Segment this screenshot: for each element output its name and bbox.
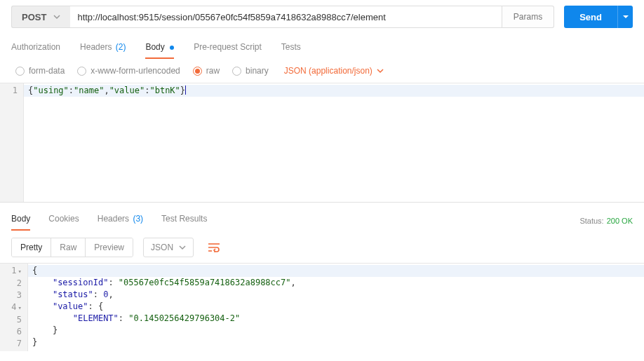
code-line: {"using":"name","value":"btnK"} <box>24 85 644 97</box>
body-type-raw[interactable]: raw <box>193 66 220 76</box>
code-line: "sessionId": "05567e0fc54f5859a7418632a8… <box>32 277 640 289</box>
response-headers-count: (3) <box>133 214 143 224</box>
body-content-type-select[interactable]: JSON (application/json) <box>284 66 384 76</box>
radio-icon <box>193 67 202 76</box>
view-raw[interactable]: Raw <box>51 238 86 257</box>
code-line: "value": { <box>32 301 640 313</box>
tab-tests[interactable]: Tests <box>281 36 301 59</box>
headers-count: (2) <box>116 42 126 52</box>
radio-icon <box>77 67 86 76</box>
tab-authorization[interactable]: Authorization <box>11 36 60 59</box>
chevron-down-icon <box>377 67 384 74</box>
response-tab-body[interactable]: Body <box>11 211 30 231</box>
code-line: { <box>28 265 644 277</box>
wrap-icon <box>208 243 220 252</box>
body-type-binary[interactable]: binary <box>232 66 269 76</box>
response-status: Status:200 OK <box>579 217 633 225</box>
response-lang-select[interactable]: JSON <box>143 238 194 257</box>
params-button[interactable]: Params <box>502 6 554 28</box>
method-select[interactable]: POST <box>11 6 70 28</box>
wrap-lines-button[interactable] <box>203 238 224 257</box>
editor-gutter: 1 <box>0 83 24 202</box>
chevron-down-icon <box>179 244 186 251</box>
response-tab-headers[interactable]: Headers (3) <box>98 211 143 231</box>
tab-body[interactable]: Body <box>145 36 174 59</box>
code-line: "ELEMENT": "0.1450256429796304-2" <box>32 313 640 325</box>
tab-headers[interactable]: Headers (2) <box>80 36 126 59</box>
response-tab-cookies[interactable]: Cookies <box>48 211 79 231</box>
chevron-down-icon <box>622 13 629 20</box>
response-body-viewer[interactable]: 1▾ 2 3 4▾ 5 6 7 { "sessionId": "05567e0f… <box>0 263 644 351</box>
request-body-editor[interactable]: 1 {"using":"name","value":"btnK"} <box>0 83 644 202</box>
view-preview[interactable]: Preview <box>86 238 133 257</box>
editor-gutter: 1▾ 2 3 4▾ 5 6 7 <box>0 264 28 351</box>
body-type-urlencoded[interactable]: x-www-form-urlencoded <box>77 66 180 76</box>
code-line: } <box>32 325 640 336</box>
code-line: } <box>32 336 640 348</box>
send-button[interactable]: Send <box>564 6 617 28</box>
body-type-formdata[interactable]: form-data <box>15 66 65 76</box>
radio-icon <box>232 67 241 76</box>
method-value: POST <box>22 12 46 22</box>
unsaved-dot-icon <box>170 46 174 50</box>
response-tab-tests[interactable]: Test Results <box>161 211 207 231</box>
text-caret <box>185 86 186 95</box>
chevron-down-icon <box>53 12 60 22</box>
send-dropdown-button[interactable] <box>617 6 633 28</box>
tab-prerequest[interactable]: Pre-request Script <box>194 36 262 59</box>
code-line: "status": 0, <box>32 289 640 301</box>
view-pretty[interactable]: Pretty <box>12 238 51 257</box>
radio-icon <box>15 67 25 76</box>
url-input[interactable] <box>70 6 502 28</box>
